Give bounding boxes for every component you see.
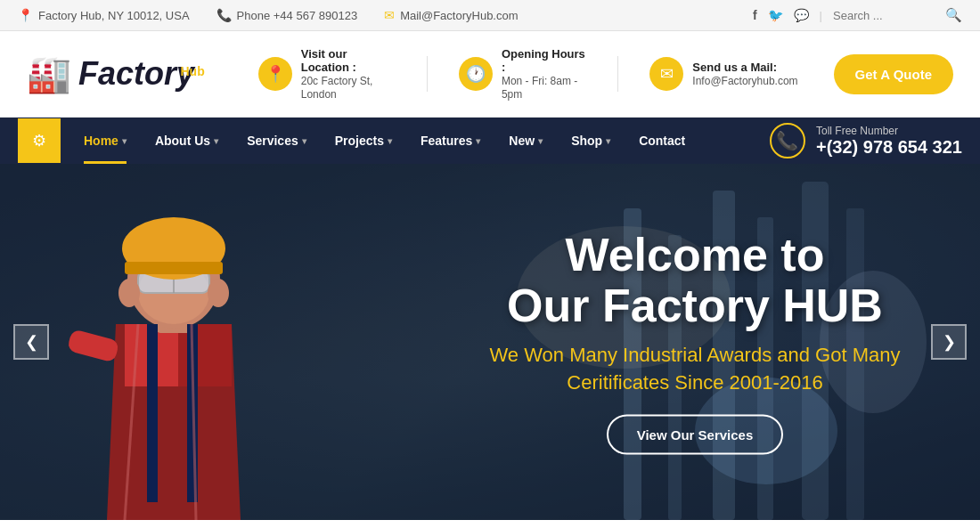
hours-label: Opening Hours :: [502, 47, 587, 74]
toll-free-number: +(32) 978 654 321: [816, 137, 962, 158]
mail-value: Info@Factoryhub.com: [692, 75, 797, 87]
mail-info: ✉ Mail@FactoryHub.com: [384, 8, 518, 22]
search-input[interactable]: [833, 9, 940, 22]
chevron-down-icon: ▾: [476, 136, 480, 146]
hero-subtitle: We Won Many Industrial Awards and Got Ma…: [481, 342, 909, 397]
hours-item: 🕐 Opening Hours : Mon - Fri: 8am - 5pm: [459, 47, 587, 101]
view-services-button[interactable]: View Our Services: [607, 414, 784, 454]
hero-content: Welcome to Our Factory HUB We Won Many I…: [481, 230, 909, 455]
nav-item-about[interactable]: About Us ▾: [141, 118, 233, 164]
chevron-down-icon: ▾: [122, 136, 127, 146]
hero-prev-button[interactable]: ❮: [13, 324, 49, 360]
nav-item-new[interactable]: New ▾: [494, 118, 557, 164]
chevron-down-icon: ▾: [214, 136, 218, 146]
location-info: 📍 Factory Hub, NY 10012, USA: [18, 8, 190, 22]
hero-title: Welcome to Our Factory HUB: [481, 230, 909, 331]
svg-rect-21: [125, 262, 223, 274]
svg-point-22: [118, 279, 140, 307]
nav-item-services[interactable]: Services ▾: [233, 118, 321, 164]
mail-text: Mail@FactoryHub.com: [400, 9, 518, 22]
twitter-link[interactable]: 🐦: [768, 8, 783, 22]
mail-item: ✉ Send us a Mail: Info@Factoryhub.com: [649, 57, 797, 91]
hero-section: Welcome to Our Factory HUB We Won Many I…: [0, 164, 980, 520]
mail-label: Send us a Mail:: [692, 61, 797, 74]
location-text: Factory Hub, NY 10012, USA: [38, 9, 190, 22]
envelope-icon-circle: ✉: [649, 57, 683, 91]
nav-item-features[interactable]: Features ▾: [406, 118, 494, 164]
logo-text-container: Factory Hub: [78, 58, 223, 90]
hero-next-button[interactable]: ❯: [931, 324, 967, 360]
header-info-section: 📍 Visit our Location : 20c Factory St, L…: [258, 47, 798, 101]
facebook-link[interactable]: f: [753, 8, 757, 22]
main-nav: ⚙ Home ▾ About Us ▾ Services ▾ Projects …: [0, 118, 980, 164]
nav-item-home[interactable]: Home ▾: [69, 118, 141, 164]
svg-marker-13: [178, 324, 232, 386]
hours-details: Opening Hours : Mon - Fri: 8am - 5pm: [502, 47, 587, 101]
top-bar: 📍 Factory Hub, NY 10012, USA 📞 Phone +44…: [0, 0, 980, 31]
search-divider: |: [820, 9, 822, 22]
logo-brand-name: Factory: [78, 55, 194, 92]
logo-hub-text: Hub: [181, 64, 205, 78]
chevron-right-icon: ❯: [943, 332, 956, 352]
logo[interactable]: 🏭 Factory Hub: [27, 53, 223, 95]
hours-value: Mon - Fri: 8am - 5pm: [502, 75, 577, 101]
chevron-down-icon: ▾: [538, 136, 543, 146]
nav-item-projects[interactable]: Projects ▾: [321, 118, 406, 164]
phone-text: Phone +44 567 890123: [237, 9, 358, 22]
chevron-down-icon: ▾: [388, 136, 392, 146]
settings-icon: ⚙: [32, 131, 46, 150]
mail-icon: ✉: [384, 8, 395, 22]
settings-button[interactable]: ⚙: [18, 118, 61, 163]
chevron-down-icon: ▾: [302, 136, 306, 146]
svg-rect-25: [147, 324, 158, 502]
hero-title-line2: Our Factory HUB: [481, 280, 909, 331]
hero-title-line1: Welcome to: [481, 230, 909, 280]
nav-phone-icon: 📞: [770, 123, 805, 158]
search-button[interactable]: 🔍: [945, 7, 962, 23]
get-quote-button[interactable]: Get A Quote: [834, 54, 953, 94]
nav-phone-section: 📞 Toll Free Number +(32) 978 654 321: [770, 123, 962, 158]
phone-info: 📞 Phone +44 567 890123: [216, 8, 358, 22]
chevron-left-icon: ❮: [25, 332, 38, 352]
svg-point-23: [208, 279, 229, 307]
nav-menu: Home ▾ About Us ▾ Services ▾ Projects ▾ …: [69, 118, 770, 164]
search-bar: 🔍: [833, 7, 962, 23]
logo-factory-icon: 🏭: [27, 53, 71, 95]
skype-link[interactable]: 💬: [794, 8, 809, 22]
location-icon: 📍: [18, 8, 33, 22]
phone-icon: 📞: [216, 8, 232, 22]
social-links: f 🐦 💬 | 🔍: [753, 7, 962, 23]
location-icon-circle: 📍: [258, 57, 292, 91]
nav-phone-details: Toll Free Number +(32) 978 654 321: [816, 125, 962, 158]
chevron-down-icon: ▾: [606, 136, 610, 146]
mail-details: Send us a Mail: Info@Factoryhub.com: [692, 61, 797, 87]
location-details: Visit our Location : 20c Factory St, Lon…: [301, 47, 396, 101]
clock-icon-circle: 🕐: [459, 57, 493, 91]
nav-item-shop[interactable]: Shop ▾: [557, 118, 625, 164]
location-value: 20c Factory St, London: [301, 75, 373, 101]
divider-1: [427, 56, 428, 92]
header: 🏭 Factory Hub 📍 Visit our Location : 20c…: [0, 31, 980, 118]
location-label: Visit our Location :: [301, 47, 396, 74]
divider-2: [617, 56, 618, 92]
toll-free-label: Toll Free Number: [816, 125, 962, 137]
location-item: 📍 Visit our Location : 20c Factory St, L…: [258, 47, 396, 101]
nav-item-contact[interactable]: Contact: [625, 118, 699, 164]
